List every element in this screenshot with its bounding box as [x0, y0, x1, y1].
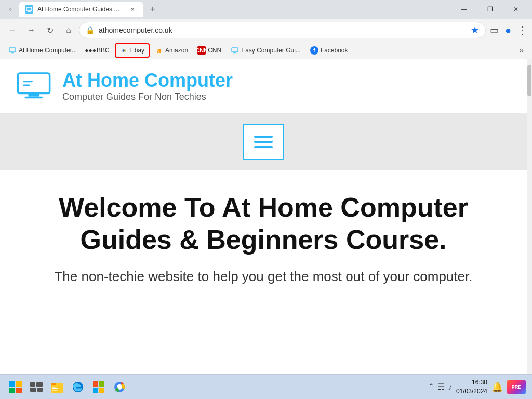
bookmark-bbc[interactable]: ●●● BBC	[82, 44, 114, 57]
maximize-button[interactable]: ❐	[478, 0, 502, 19]
site-header: At Home Computer Computer Guides For Non…	[0, 59, 527, 113]
chrome-button[interactable]	[110, 378, 129, 396]
svg-rect-30	[99, 388, 104, 393]
svg-rect-3	[9, 48, 16, 52]
bookmarks-bar: At Home Computer... ●●● BBC e Ebay a Ama…	[0, 42, 532, 59]
bookmark-label: Facebook	[321, 47, 348, 54]
bookmark-label: Easy Computer Gui...	[241, 47, 301, 54]
tab-scroll-left[interactable]: ‹	[4, 3, 17, 16]
task-view-icon	[29, 381, 44, 393]
svg-rect-21	[37, 388, 43, 392]
welcome-section: Welcome To At Home Computer Guides & Beg…	[0, 170, 527, 308]
back-button[interactable]: ←	[4, 22, 21, 38]
page-scrollbar[interactable]	[527, 59, 532, 374]
bookmark-monitor-icon	[8, 46, 17, 55]
url-display: athomecomputer.co.uk	[99, 26, 467, 34]
taskbar-right: ⌃ ☴ ♪ 16:30 01/03/2024 🔔 PRE	[428, 378, 526, 396]
svg-rect-17	[16, 388, 22, 393]
browser-menu-icon[interactable]: ⋮	[517, 24, 528, 36]
address-bar[interactable]: 🔒 athomecomputer.co.uk ★	[79, 22, 486, 38]
nav-menu-section	[0, 113, 527, 170]
pre-release-badge: PRE	[507, 380, 526, 394]
welcome-subtext: The non-techie website to help you get t…	[16, 267, 511, 287]
svg-rect-18	[30, 382, 35, 387]
hidden-icons-button[interactable]: ⌃	[428, 382, 434, 392]
chrome-icon	[112, 380, 127, 394]
edge-icon	[71, 380, 85, 394]
minimize-button[interactable]: —	[452, 0, 476, 19]
site-logo	[16, 71, 52, 102]
svg-rect-26	[52, 390, 57, 391]
new-tab-button[interactable]: +	[145, 2, 160, 17]
profile-icon[interactable]: ●	[503, 24, 513, 36]
notification-bell-icon[interactable]: 🔔	[491, 381, 503, 393]
bookmark-facebook-icon: f	[310, 46, 318, 55]
file-explorer-icon	[50, 380, 64, 394]
bookmark-facebook[interactable]: f Facebook	[306, 44, 352, 57]
task-view-button[interactable]	[27, 378, 46, 396]
tab-favicon	[25, 5, 33, 14]
svg-rect-23	[51, 383, 56, 385]
hamburger-icon	[254, 136, 273, 148]
bookmark-label: At Home Computer...	[19, 47, 77, 54]
svg-rect-2	[28, 11, 31, 12]
site-subtitle: Computer Guides For Non Techies	[62, 91, 233, 102]
volume-icon[interactable]: ♪	[448, 382, 452, 392]
bookmark-amazon-icon: a	[155, 46, 163, 55]
svg-rect-8	[233, 52, 236, 53]
security-icon: 🔒	[86, 26, 95, 34]
edge-browser-button[interactable]	[69, 378, 87, 396]
bookmark-label: BBC	[97, 47, 110, 54]
bookmark-at-home-computer[interactable]: At Home Computer...	[4, 44, 81, 57]
site-title-group: At Home Computer Computer Guides For Non…	[62, 70, 233, 102]
bookmark-ebay-icon: e	[120, 46, 128, 55]
svg-rect-9	[18, 73, 49, 94]
time-display: 16:30	[456, 378, 487, 387]
svg-rect-27	[93, 381, 98, 387]
refresh-button[interactable]: ↻	[42, 22, 58, 38]
bookmark-label: Amazon	[165, 47, 188, 54]
microsoft-store-icon	[91, 380, 106, 394]
network-icon[interactable]: ☴	[437, 382, 445, 392]
svg-rect-15	[16, 381, 22, 387]
microsoft-store-button[interactable]	[89, 378, 108, 396]
svg-rect-19	[36, 382, 43, 387]
windows-logo-icon	[8, 380, 23, 394]
svg-rect-7	[234, 52, 236, 52]
clock-display[interactable]: 16:30 01/03/2024	[456, 378, 487, 396]
svg-rect-14	[9, 381, 15, 387]
bookmark-bbc-icon: ●●●	[86, 46, 95, 55]
welcome-heading: Welcome To At Home Computer Guides & Beg…	[16, 191, 511, 256]
svg-rect-25	[52, 388, 58, 389]
page-content: At Home Computer Computer Guides For Non…	[0, 59, 527, 374]
close-button[interactable]: ✕	[504, 0, 528, 19]
tab-title: At Home Computer Guides An...	[37, 6, 124, 13]
bookmark-ebay[interactable]: e Ebay	[115, 43, 150, 58]
site-title: At Home Computer	[62, 70, 233, 91]
svg-rect-10	[29, 93, 39, 96]
svg-rect-20	[30, 388, 36, 392]
svg-rect-4	[11, 52, 14, 52]
svg-rect-0	[26, 7, 32, 11]
scrollbar-thumb[interactable]	[527, 65, 531, 96]
split-view-icon[interactable]: ▭	[488, 24, 501, 36]
bookmark-cnn[interactable]: CNN CNN	[193, 44, 225, 57]
forward-button[interactable]: →	[23, 22, 39, 38]
active-tab[interactable]: At Home Computer Guides An... ×	[19, 2, 143, 17]
bookmark-label: Ebay	[130, 47, 144, 54]
bookmark-star-icon[interactable]: ★	[471, 24, 479, 36]
svg-rect-29	[93, 388, 98, 393]
svg-rect-5	[11, 52, 14, 53]
bookmark-easy-computer[interactable]: Easy Computer Gui...	[227, 44, 305, 57]
bookmark-label: CNN	[208, 47, 221, 54]
tab-close-button[interactable]: ×	[128, 5, 137, 14]
hamburger-menu-button[interactable]	[243, 124, 284, 160]
svg-rect-16	[9, 388, 15, 393]
svg-rect-11	[25, 96, 43, 98]
file-explorer-button[interactable]	[48, 378, 66, 396]
start-button[interactable]	[6, 378, 25, 396]
bookmark-amazon[interactable]: a Amazon	[151, 44, 192, 57]
svg-rect-24	[52, 387, 56, 388]
bookmarks-overflow-button[interactable]: »	[515, 44, 528, 57]
home-button[interactable]: ⌂	[60, 22, 77, 38]
